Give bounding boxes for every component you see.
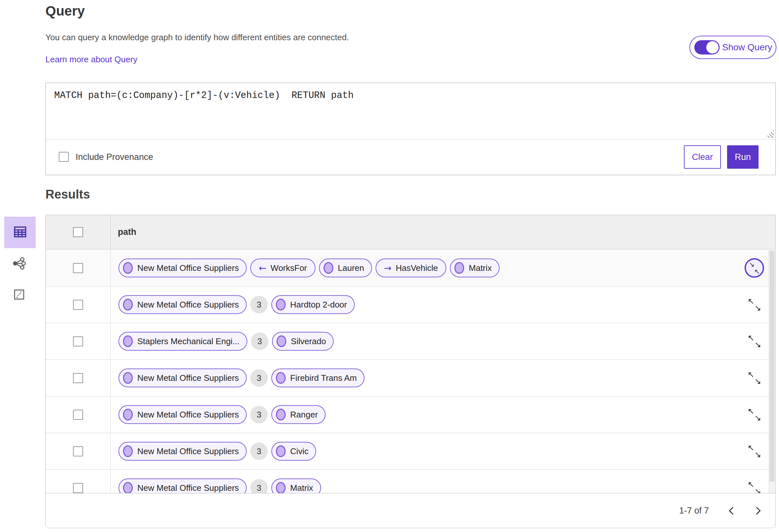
chevron-right-icon — [753, 507, 761, 515]
prev-page-button[interactable] — [722, 501, 741, 520]
query-editor: MATCH path=(c:Company)-[r*2]-(v:Vehicle)… — [46, 83, 776, 175]
clear-button[interactable]: Clear — [684, 145, 721, 169]
relationship-pill[interactable]: →HasVehicle — [375, 259, 446, 277]
entity-node-icon — [323, 262, 333, 274]
entity-pill[interactable]: Ranger — [272, 405, 325, 424]
expand-arrow-icon: ↘ — [754, 340, 761, 349]
entity-pill[interactable]: Matrix — [450, 259, 499, 277]
entity-pill[interactable]: New Metal Office Suppliers — [118, 259, 247, 277]
query-textarea[interactable]: MATCH path=(c:Company)-[r*2]-(v:Vehicle)… — [46, 83, 775, 139]
entity-pill[interactable]: Hardtop 2-door — [272, 295, 355, 314]
expand-row-button[interactable]: ↖↘ — [747, 407, 762, 422]
scrollbar-thumb[interactable] — [770, 251, 774, 482]
entity-label: Silverado — [291, 336, 326, 346]
toggle-knob — [706, 41, 719, 54]
relationship-pill[interactable]: ←WorksFor — [250, 259, 315, 277]
entity-node-icon — [276, 482, 286, 494]
results-table: path New Metal Office Suppliers←WorksFor… — [46, 215, 776, 528]
row-checkbox-cell — [46, 470, 111, 494]
relationship-count-badge: 3 — [250, 479, 268, 494]
expand-arrow-icon: ↖ — [747, 480, 754, 489]
entity-label: Hardtop 2-door — [290, 300, 347, 310]
expand-row-button[interactable]: ↘↖ — [744, 258, 764, 278]
entity-pill[interactable]: New Metal Office Suppliers — [118, 442, 247, 461]
pagination-range: 1-7 of 7 — [679, 506, 709, 516]
entity-label: Matrix — [469, 263, 492, 273]
relationship-count-badge: 3 — [250, 296, 268, 313]
next-page-button[interactable] — [748, 501, 767, 520]
entity-label: Matrix — [290, 483, 313, 493]
entity-node-icon — [455, 262, 464, 274]
expand-arrow-icon: ↘ — [754, 413, 761, 423]
entity-pill[interactable]: New Metal Office Suppliers — [118, 478, 247, 494]
expand-row-button[interactable]: ↖↘ — [747, 480, 762, 494]
entity-node-icon — [123, 445, 133, 457]
entity-pill[interactable]: New Metal Office Suppliers — [118, 405, 247, 424]
entity-pill[interactable]: Silverado — [272, 332, 334, 351]
path-cell: New Metal Office Suppliers3Civic — [111, 433, 733, 469]
entity-label: Ranger — [290, 410, 318, 420]
map-view-button[interactable] — [6, 285, 32, 305]
page-title: Query — [46, 3, 85, 19]
entity-node-icon — [123, 482, 133, 494]
table-row: Staplers Mechanical Engi...3Silverado↖↘ — [46, 323, 775, 360]
row-checkbox-cell — [46, 360, 111, 396]
path-cell: New Metal Office Suppliers←WorksForLaure… — [111, 250, 733, 286]
row-checkbox[interactable] — [73, 300, 83, 310]
expand-arrow-icon: ↘ — [754, 303, 761, 313]
row-checkbox[interactable] — [73, 410, 83, 420]
include-provenance-checkbox[interactable] — [59, 152, 69, 162]
table-icon — [12, 224, 28, 241]
run-button[interactable]: Run — [727, 145, 759, 169]
row-checkbox[interactable] — [73, 373, 83, 383]
expand-row-button[interactable]: ↖↘ — [747, 334, 762, 349]
entity-pill[interactable]: New Metal Office Suppliers — [118, 369, 247, 387]
row-checkbox[interactable] — [73, 336, 83, 346]
row-checkbox[interactable] — [73, 446, 83, 456]
select-all-cell — [46, 215, 111, 249]
entity-pill[interactable]: Lauren — [319, 259, 372, 277]
include-provenance-label: Include Provenance — [76, 152, 153, 162]
entity-pill[interactable]: Matrix — [272, 478, 321, 494]
relationship-label: HasVehicle — [396, 263, 438, 273]
entity-label: New Metal Office Suppliers — [137, 446, 239, 456]
entity-node-icon — [277, 335, 286, 347]
entity-pill[interactable]: Civic — [272, 442, 316, 461]
expand-arrow-icon: ↘ — [754, 450, 761, 459]
select-all-checkbox[interactable] — [73, 227, 83, 237]
expand-arrow-icon: ↖ — [747, 333, 754, 343]
expand-arrow-icon: ↖ — [747, 406, 754, 416]
entity-node-icon — [276, 299, 286, 311]
entity-node-icon — [276, 445, 286, 457]
entity-label: New Metal Office Suppliers — [137, 373, 239, 383]
table-row: New Metal Office Suppliers←WorksForLaure… — [46, 250, 775, 286]
entity-node-icon — [276, 372, 286, 384]
entity-node-icon — [123, 335, 133, 347]
entity-pill[interactable]: Firebird Trans Am — [272, 369, 364, 387]
entity-pill[interactable]: New Metal Office Suppliers — [118, 295, 247, 314]
path-cell: New Metal Office Suppliers3Hardtop 2-doo… — [111, 286, 733, 323]
entity-node-icon — [123, 262, 133, 274]
expand-arrow-icon: ↖ — [747, 296, 754, 306]
table-view-button[interactable] — [4, 217, 36, 248]
row-checkbox[interactable] — [73, 263, 83, 273]
toggle-switch-icon[interactable] — [694, 40, 720, 55]
expand-row-button[interactable]: ↖↘ — [747, 444, 762, 459]
table-row: New Metal Office Suppliers3Firebird Tran… — [46, 360, 775, 396]
table-row: New Metal Office Suppliers3Matrix↖↘ — [46, 470, 775, 494]
entity-node-icon — [276, 409, 286, 420]
expand-arrow-icon: ↖ — [747, 370, 754, 379]
link-chart-view-button[interactable] — [6, 254, 32, 274]
entity-label: New Metal Office Suppliers — [137, 410, 239, 420]
row-checkbox-cell — [46, 286, 111, 323]
expand-row-button[interactable]: ↖↘ — [747, 371, 762, 385]
path-cell: New Metal Office Suppliers3Ranger — [111, 396, 733, 433]
entity-pill[interactable]: Staplers Mechanical Engi... — [118, 332, 247, 351]
show-query-toggle[interactable]: Show Query — [690, 36, 776, 59]
relationship-count-badge: 3 — [250, 443, 268, 460]
scrollbar-track[interactable] — [769, 250, 775, 493]
expand-row-button[interactable]: ↖↘ — [747, 297, 762, 312]
table-row: New Metal Office Suppliers3Ranger↖↘ — [46, 396, 775, 433]
learn-more-link[interactable]: Learn more about Query — [46, 55, 137, 65]
row-checkbox[interactable] — [73, 483, 83, 493]
